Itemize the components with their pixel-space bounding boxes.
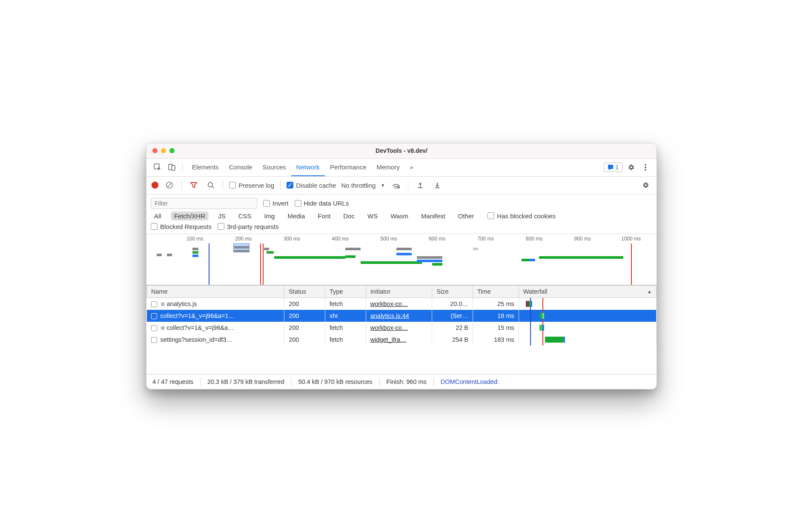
network-toolbar: Preserve log ✓Disable cache No throttlin… [146, 177, 657, 194]
svg-point-5 [645, 166, 646, 168]
type-img[interactable]: Img [261, 212, 278, 220]
search-icon[interactable] [205, 179, 217, 191]
col-size[interactable]: Size [432, 285, 473, 297]
upload-har-icon[interactable] [414, 179, 426, 191]
status-bar: 4 / 47 requests 20.3 kB / 379 kB transfe… [146, 375, 657, 389]
table-row[interactable]: ⚙collect?v=1&_v=j96&a…200fetchworkbox-co… [147, 322, 657, 334]
titlebar: DevTools - v8.dev/ [146, 143, 657, 159]
col-initiator[interactable]: Initiator [366, 285, 432, 297]
tab-performance[interactable]: Performance [325, 159, 372, 176]
main-tabs: Elements Console Sources Network Perform… [187, 159, 419, 176]
svg-rect-14 [435, 187, 439, 188]
svg-line-10 [212, 186, 214, 189]
devtools-window: DevTools - v8.dev/ Elements Console Sour… [146, 143, 657, 389]
svg-rect-3 [608, 165, 613, 169]
svg-point-4 [645, 164, 646, 166]
type-filters: All Fetch/XHR JS CSS Img Media Font Doc … [151, 212, 652, 220]
col-name[interactable]: Name [147, 285, 284, 297]
type-js[interactable]: JS [215, 212, 229, 220]
zoom-window-button[interactable] [169, 148, 175, 153]
record-button[interactable] [152, 182, 158, 189]
close-window-button[interactable] [152, 148, 158, 153]
type-wasm[interactable]: Wasm [387, 212, 412, 220]
has-blocked-cookies-checkbox[interactable]: Has blocked cookies [488, 212, 556, 220]
throttling-dropdown[interactable]: No throttling▼ [341, 182, 385, 189]
clear-icon[interactable] [163, 179, 175, 191]
minimize-window-button[interactable] [161, 148, 166, 153]
table-row[interactable]: settings?session_id=df3…200fetchwidget_i… [147, 334, 657, 346]
tab-console[interactable]: Console [224, 159, 258, 176]
issues-count: 1 [615, 164, 619, 171]
status-requests: 4 / 47 requests [152, 378, 193, 385]
status-transferred: 20.3 kB / 379 kB transferred [207, 378, 284, 385]
type-ws[interactable]: WS [364, 212, 381, 220]
window-controls [152, 148, 175, 153]
table-row[interactable]: ⚙analytics.js200fetchworkbox-co…20.0…25 … [147, 297, 657, 310]
tabs-overflow[interactable]: » [405, 159, 419, 176]
type-manifest[interactable]: Manifest [418, 212, 449, 220]
filter-icon[interactable] [188, 179, 200, 191]
filter-bar: Invert Hide data URLs All Fetch/XHR JS C… [146, 194, 657, 234]
issues-button[interactable]: 1 [604, 163, 622, 172]
network-conditions-icon[interactable] [390, 179, 402, 191]
preserve-log-checkbox[interactable]: Preserve log [229, 182, 274, 189]
disable-cache-checkbox[interactable]: ✓Disable cache [287, 182, 336, 189]
svg-rect-13 [418, 187, 422, 188]
type-all[interactable]: All [151, 212, 165, 220]
tab-network[interactable]: Network [291, 159, 325, 176]
svg-point-6 [645, 169, 646, 171]
inspect-icon[interactable] [152, 161, 163, 173]
filter-input[interactable] [151, 198, 257, 209]
type-font[interactable]: Font [314, 212, 334, 220]
svg-line-8 [167, 183, 172, 187]
network-settings-icon[interactable] [640, 179, 651, 191]
col-waterfall[interactable]: Waterfall▲ [519, 285, 656, 297]
third-party-checkbox[interactable]: 3rd-party requests [218, 223, 279, 230]
svg-point-9 [208, 182, 212, 187]
type-css[interactable]: CSS [235, 212, 255, 220]
status-domcontentloaded: DOMContentLoaded: [441, 378, 499, 385]
tab-memory[interactable]: Memory [372, 159, 405, 176]
type-fetch-xhr[interactable]: Fetch/XHR [171, 212, 209, 220]
col-status[interactable]: Status [284, 285, 325, 297]
tab-elements[interactable]: Elements [187, 159, 224, 176]
hide-data-urls-checkbox[interactable]: Hide data URLs [295, 200, 349, 207]
type-doc[interactable]: Doc [340, 212, 358, 220]
request-table-container: Name Status Type Initiator Size Time Wat… [146, 285, 657, 375]
overview-timeline[interactable]: 100 ms 200 ms 300 ms 400 ms 500 ms 600 m… [146, 234, 657, 285]
main-toolbar: Elements Console Sources Network Perform… [146, 159, 657, 177]
type-media[interactable]: Media [284, 212, 308, 220]
device-toolbar-icon[interactable] [166, 161, 178, 173]
invert-checkbox[interactable]: Invert [263, 200, 289, 207]
status-resources: 50.4 kB / 970 kB resources [298, 378, 372, 385]
col-type[interactable]: Type [325, 285, 366, 297]
tab-sources[interactable]: Sources [258, 159, 291, 176]
table-row[interactable]: collect?v=1&_v=j96&a=1…200xhranalytics.j… [147, 310, 657, 322]
col-time[interactable]: Time [473, 285, 519, 297]
status-finish: Finish: 960 ms [387, 378, 427, 385]
type-other[interactable]: Other [455, 212, 478, 220]
svg-rect-2 [172, 166, 175, 170]
window-title: DevTools - v8.dev/ [146, 147, 657, 154]
request-table: Name Status Type Initiator Size Time Wat… [146, 285, 657, 346]
settings-icon[interactable] [625, 161, 637, 173]
more-icon[interactable] [640, 161, 651, 173]
svg-point-11 [396, 188, 396, 189]
blocked-requests-checkbox[interactable]: Blocked Requests [151, 223, 212, 230]
download-har-icon[interactable] [431, 179, 443, 191]
